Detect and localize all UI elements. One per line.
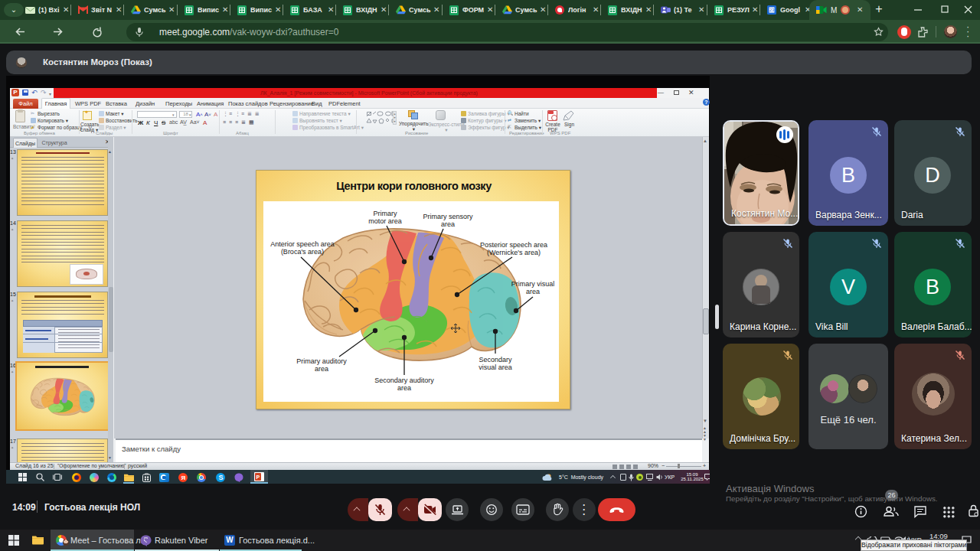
svg-text:Secondary auditory: Secondary auditory [374, 377, 434, 384]
svg-text:area: area [315, 365, 328, 373]
svg-text:area: area [441, 220, 455, 228]
svg-text:visual area: visual area [479, 364, 512, 371]
svg-text:(Broca's area): (Broca's area) [281, 248, 324, 256]
svg-text:area: area [397, 384, 411, 392]
svg-text:Anterior speech area: Anterior speech area [270, 240, 335, 248]
svg-text:23: 23 [769, 8, 775, 12]
svg-text:motor area: motor area [368, 217, 402, 225]
svg-text:Primary auditory: Primary auditory [296, 357, 347, 365]
svg-text:(Wernicke's area): (Wernicke's area) [487, 249, 541, 256]
svg-text:Secondary: Secondary [479, 356, 512, 364]
svg-text:Primary visual: Primary visual [511, 280, 555, 288]
svg-text:Primary sensory: Primary sensory [423, 213, 473, 220]
svg-text:Posterior speech area: Posterior speech area [480, 241, 547, 249]
svg-text:area: area [526, 288, 540, 295]
svg-text:Primary: Primary [374, 210, 397, 217]
